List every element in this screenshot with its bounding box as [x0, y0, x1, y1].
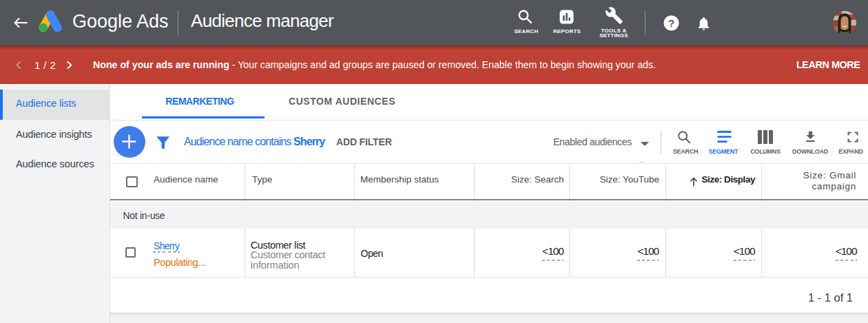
- svg-text:?: ?: [668, 17, 674, 29]
